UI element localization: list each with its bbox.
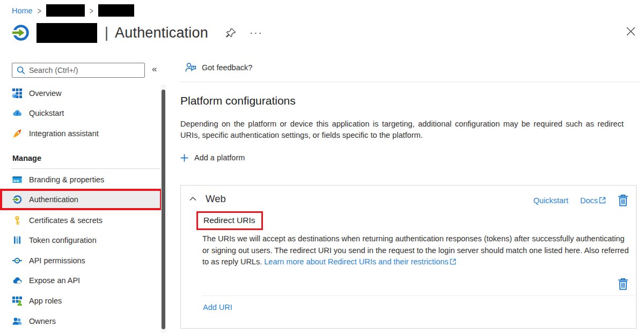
sidebar-item-label: Branding & properties (29, 175, 104, 184)
sidebar-item-quickstart[interactable]: Quickstart (0, 103, 162, 123)
pin-icon[interactable] (225, 27, 237, 39)
sidebar-section-manage: Manage (0, 149, 162, 168)
app-registration-icon (12, 24, 30, 42)
sidebar-item-label: Quickstart (29, 109, 64, 117)
sidebar-item-overview[interactable]: Overview (0, 83, 162, 103)
more-options-icon[interactable]: ··· (250, 30, 263, 35)
learn-more-link[interactable]: Learn more about Redirect URIs and their… (264, 257, 456, 266)
sidebar-item-label: Certificates & secrets (29, 216, 103, 225)
redacted-breadcrumb-item[interactable] (98, 4, 134, 17)
owners-icon (12, 316, 22, 326)
web-platform-panel: Web Quickstart Docs Redirect URIs The UR… (180, 185, 636, 329)
delete-uri-icon[interactable] (618, 278, 628, 290)
sidebar-item-label: API permissions (29, 256, 85, 265)
chevron-up-icon[interactable] (189, 197, 196, 201)
web-panel-actions: Quickstart Docs (533, 194, 628, 206)
add-platform-button[interactable]: Add a platform (180, 153, 245, 162)
sidebar-item-api-permissions[interactable]: API permissions (0, 250, 162, 270)
feedback-icon (185, 62, 196, 72)
sidebar-item-label: Integration assistant (29, 129, 99, 138)
overview-icon (12, 88, 22, 98)
sidebar-item-token-configuration[interactable]: Token configuration (0, 230, 162, 250)
redirect-uris-description: The URIs we will accept as destinations … (202, 233, 629, 268)
certificates-icon (12, 216, 22, 225)
uri-row-divider (202, 295, 634, 296)
platform-configurations-description: Depending on the platform or device this… (180, 119, 624, 141)
quickstart-icon (12, 108, 22, 118)
expose-api-icon (12, 276, 22, 285)
got-feedback-button[interactable]: Got feedback? (185, 62, 252, 72)
sidebar-item-integration-assistant[interactable]: Integration assistant (0, 123, 162, 143)
docs-link[interactable]: Docs (580, 196, 606, 205)
search-icon (17, 66, 25, 75)
breadcrumb-separator: > (38, 5, 41, 16)
sidebar-item-label: Authentication (29, 195, 78, 204)
sidebar-item-app-roles[interactable]: App roles (0, 291, 162, 310)
sidebar-divider (12, 168, 160, 169)
add-uri-link[interactable]: Add URI (203, 303, 232, 312)
platform-configurations-title: Platform configurations (180, 94, 296, 107)
quickstart-link[interactable]: Quickstart (533, 196, 568, 205)
redirect-uris-heading: Redirect URIs (196, 211, 263, 230)
add-platform-label: Add a platform (194, 153, 245, 162)
breadcrumb-separator: > (90, 5, 93, 16)
sidebar-item-label: Owners (29, 317, 56, 325)
search-input[interactable] (29, 66, 140, 75)
page-header: | Authentication ··· (12, 22, 263, 43)
app-roles-icon (12, 296, 22, 306)
sidebar-item-certificates-secrets[interactable]: Certificates & secrets (0, 210, 162, 230)
sidebar-item-label: Expose an API (29, 276, 80, 285)
collapse-sidebar-icon[interactable]: « (152, 64, 157, 75)
sidebar-item-owners[interactable]: Owners (0, 311, 162, 331)
sidebar-item-label: Overview (29, 89, 61, 98)
api-permissions-icon (12, 256, 22, 265)
title-separator: | (105, 25, 108, 41)
authentication-icon (12, 195, 22, 204)
redacted-breadcrumb-item[interactable] (46, 4, 85, 17)
branding-icon (12, 175, 22, 184)
sidebar-item-label: App roles (29, 297, 62, 305)
sidebar-item-authentication[interactable]: Authentication (0, 189, 162, 210)
token-configuration-icon (12, 235, 22, 245)
sidebar-item-branding-properties[interactable]: Branding & properties (0, 169, 162, 189)
got-feedback-label: Got feedback? (202, 63, 252, 72)
sidebar-scrollbar-thumb[interactable] (162, 90, 165, 329)
web-panel-title: Web (206, 193, 226, 205)
plus-icon (180, 154, 188, 162)
external-link-icon (450, 258, 456, 265)
sidebar-search[interactable] (12, 63, 145, 78)
delete-platform-icon[interactable] (618, 194, 628, 206)
breadcrumb-home-link[interactable]: Home (12, 6, 33, 15)
page-title: Authentication (115, 25, 208, 41)
sidebar-item-expose-an-api[interactable]: Expose an API (0, 270, 162, 290)
toolbar-divider (180, 82, 640, 82)
external-link-icon (599, 197, 606, 204)
breadcrumb: Home > > (12, 4, 134, 17)
web-panel-header[interactable]: Web (189, 193, 226, 205)
close-icon[interactable] (626, 27, 635, 36)
integration-assistant-icon (12, 129, 22, 138)
redacted-app-name (36, 23, 97, 43)
sidebar-item-label: Token configuration (29, 236, 97, 245)
